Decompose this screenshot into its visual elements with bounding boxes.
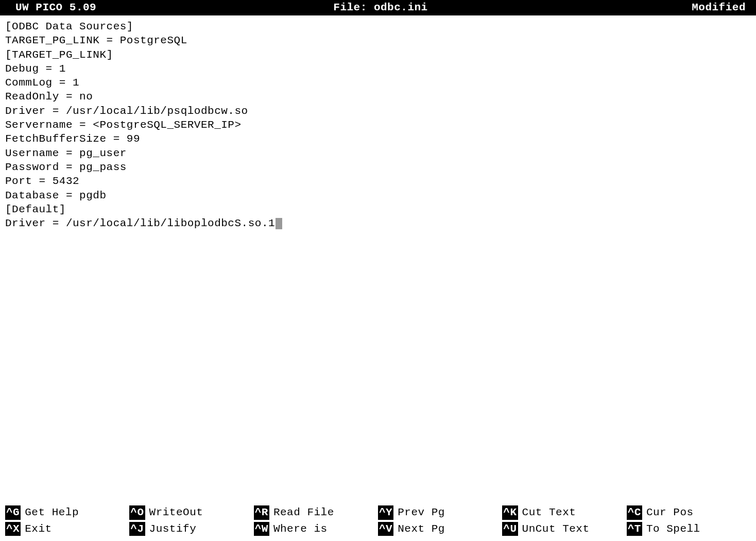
editor-line[interactable]: Driver = /usr/local/lib/liboplodbcS.so.1: [5, 216, 751, 230]
shortcut-uncut-text[interactable]: ^UUnCut Text: [502, 522, 626, 536]
shortcut-label: Exit: [25, 522, 51, 536]
shortcut-get-help[interactable]: ^GGet Help: [5, 505, 129, 519]
editor-line[interactable]: [ODBC Data Sources]: [5, 20, 751, 33]
shortcut-key: ^Y: [378, 505, 393, 519]
shortcut-key: ^G: [5, 505, 21, 519]
shortcut-key: ^T: [627, 522, 642, 536]
shortcut-label: UnCut Text: [522, 522, 590, 536]
shortcut-key: ^C: [627, 505, 642, 519]
editor-line[interactable]: [Default]: [5, 202, 751, 216]
shortcut-label: Cur Pos: [646, 505, 694, 519]
editor-line[interactable]: Driver = /usr/local/lib/psqlodbcw.so: [5, 104, 751, 118]
shortcut-key: ^R: [254, 505, 269, 519]
shortcut-to-spell[interactable]: ^TTo Spell: [627, 522, 751, 536]
cursor: [276, 218, 282, 229]
title-bar: UW PICO 5.09 File: odbc.ini Modified: [0, 0, 756, 15]
shortcut-label: Get Help: [25, 505, 79, 519]
shortcut-label: Prev Pg: [398, 505, 445, 519]
editor-line[interactable]: CommLog = 1: [5, 76, 751, 90]
editor-line[interactable]: FetchBufferSize = 99: [5, 132, 751, 146]
editor-line[interactable]: [TARGET_PG_LINK]: [5, 48, 751, 62]
shortcut-label: WriteOut: [149, 505, 203, 519]
shortcut-label: Cut Text: [522, 505, 576, 519]
editor-line[interactable]: Port = 5432: [5, 174, 751, 188]
editor-line[interactable]: Servername = <PostgreSQL_SERVER_IP>: [5, 118, 751, 132]
editor-line[interactable]: TARGET_PG_LINK = PostgreSQL: [5, 33, 751, 47]
shortcut-read-file[interactable]: ^RRead File: [254, 505, 378, 519]
editor-line[interactable]: ReadOnly = no: [5, 90, 751, 104]
shortcut-label: Next Pg: [398, 522, 445, 536]
editor-area[interactable]: [ODBC Data Sources]TARGET_PG_LINK = Post…: [0, 15, 756, 500]
shortcut-label: Read File: [273, 505, 334, 519]
shortcut-cut-text[interactable]: ^KCut Text: [502, 505, 626, 519]
editor-line[interactable]: Password = pg_pass: [5, 160, 751, 174]
editor-line[interactable]: Debug = 1: [5, 62, 751, 76]
shortcut-label: To Spell: [646, 522, 700, 536]
shortcut-writeout[interactable]: ^OWriteOut: [129, 505, 253, 519]
shortcut-label: Where is: [273, 522, 328, 536]
shortcut-bar: ^GGet Help^OWriteOut^RRead File^YPrev Pg…: [0, 505, 756, 536]
file-name: File: odbc.ini: [259, 1, 503, 14]
editor-line[interactable]: Database = pgdb: [5, 189, 751, 202]
shortcut-next-pg[interactable]: ^VNext Pg: [378, 522, 502, 536]
shortcut-key: ^J: [129, 522, 145, 536]
shortcut-key: ^U: [502, 522, 518, 536]
shortcut-key: ^X: [5, 522, 21, 536]
app-title: UW PICO 5.09: [5, 1, 259, 14]
shortcut-justify[interactable]: ^JJustify: [129, 522, 253, 536]
shortcut-prev-pg[interactable]: ^YPrev Pg: [378, 505, 502, 519]
shortcut-label: Justify: [149, 522, 197, 536]
shortcut-key: ^K: [502, 505, 518, 519]
shortcut-where-is[interactable]: ^WWhere is: [254, 522, 378, 536]
shortcut-cur-pos[interactable]: ^CCur Pos: [627, 505, 751, 519]
editor-line[interactable]: Username = pg_user: [5, 146, 751, 160]
shortcut-key: ^W: [254, 522, 269, 536]
shortcut-key: ^O: [129, 505, 145, 519]
shortcut-key: ^V: [378, 522, 393, 536]
modified-status: Modified: [502, 1, 751, 14]
shortcut-exit[interactable]: ^XExit: [5, 522, 129, 536]
